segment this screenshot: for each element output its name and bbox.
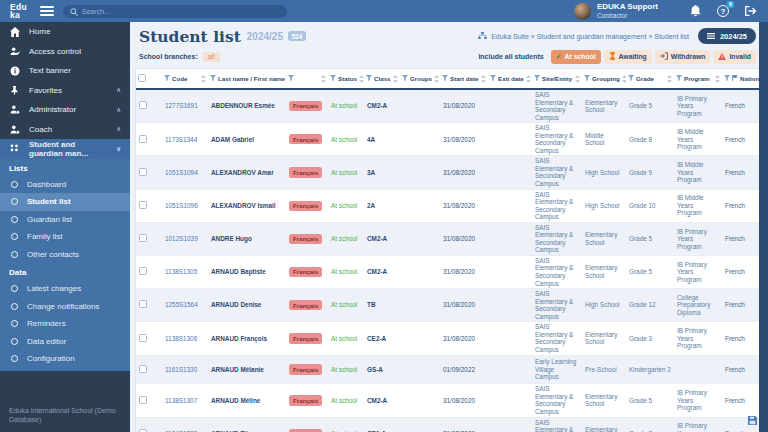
column-header-start-date[interactable]: Start date (440, 69, 488, 89)
sidebar-item-reminders[interactable]: Reminders (0, 315, 130, 333)
sidebar-item-data-editor[interactable]: Data editor (0, 333, 130, 351)
sort-arrows-icon[interactable] (321, 75, 326, 83)
search-bar[interactable] (63, 5, 287, 18)
table-row[interactable]: 1051S1096ALEXANDROV IsmailFrançaisAt sch… (136, 189, 761, 222)
table-row[interactable]: 1161S1330ARNAUD MélanieFrançaisAt school… (136, 355, 761, 384)
row-checkbox[interactable] (139, 334, 147, 342)
row-checkbox[interactable] (139, 168, 147, 176)
search-input[interactable] (82, 8, 262, 15)
school-year-button[interactable]: 2024/25 (698, 28, 756, 44)
sort-arrows-icon[interactable] (526, 75, 531, 83)
school-branches-value[interactable]: all (203, 52, 220, 62)
hamburger-menu-icon[interactable] (40, 6, 54, 16)
sidebar-item-latest-changes[interactable]: Latest changes (0, 280, 130, 298)
column-header-grouping[interactable]: Grouping (582, 69, 626, 89)
sidebar-item-guardian-list[interactable]: Guardian list (0, 211, 130, 229)
cell-groups (400, 123, 440, 156)
filter-funnel-icon[interactable] (628, 75, 634, 82)
table-row[interactable]: 1277S1691ABDENNOUR EsméeFrançaisAt schoo… (136, 89, 761, 123)
table-row[interactable]: 1255S1564ARNAUD DeniseFrançaisAt schoolT… (136, 289, 761, 322)
row-checkbox[interactable] (139, 234, 147, 242)
cell-language: Français (286, 222, 328, 255)
table-row[interactable]: 1138S1307ARNAUD MélineFrançaisAt schoolC… (136, 384, 761, 417)
breadcrumb[interactable]: Eduka Suite » Student and guardian manag… (478, 32, 689, 40)
table-row[interactable]: 1012S1039ANDRE HugoFrançaisAt schoolCM2-… (136, 222, 761, 255)
sidebar-item-student-and-guardian-management[interactable]: Student and guardian man... ∨ (0, 139, 130, 159)
sort-arrows-icon[interactable] (715, 75, 720, 83)
row-checkbox[interactable] (139, 300, 147, 308)
vertical-scrollbar[interactable] (759, 22, 768, 432)
user-avatar[interactable] (574, 3, 591, 20)
row-checkbox[interactable] (139, 365, 147, 373)
column-header-last-name-first-name[interactable]: Last name / First name (208, 69, 286, 89)
sort-arrows-icon[interactable] (393, 75, 398, 83)
save-icon[interactable] (748, 411, 757, 429)
table-row[interactable]: 1138S1305ARNAUD BaptisteFrançaisAt schoo… (136, 255, 761, 288)
sidebar-item-configuration[interactable]: Configuration (0, 350, 130, 368)
filter-funnel-icon[interactable] (442, 75, 448, 82)
row-checkbox[interactable] (139, 201, 147, 209)
column-header-code[interactable]: Code (162, 69, 208, 89)
sidebar-item-access-control[interactable]: Access control (0, 42, 130, 62)
sort-arrows-icon[interactable] (359, 75, 364, 83)
sidebar-item-coach[interactable]: Coach∧ (0, 120, 130, 140)
sidebar-item-text-banner[interactable]: Text banner (0, 61, 130, 81)
sidebar-item-family-list[interactable]: Family list (0, 228, 130, 246)
table-row[interactable]: 1124S1285ARNAUD TitouanFrançaisAt school… (136, 417, 761, 432)
row-checkbox[interactable] (139, 396, 147, 404)
filter-funnel-icon[interactable] (724, 75, 730, 82)
filter-funnel-icon[interactable] (402, 75, 408, 82)
column-header-status[interactable]: Status (328, 69, 364, 89)
filter-funnel-icon[interactable] (676, 75, 682, 82)
column-header-exit-date[interactable]: Exit date (488, 69, 532, 89)
filter-funnel-icon[interactable] (584, 75, 590, 82)
sort-arrows-icon[interactable] (667, 75, 672, 83)
column-header-program[interactable]: Program (674, 69, 722, 89)
cell-status: At school (328, 222, 364, 255)
filter-funnel-icon[interactable] (490, 75, 496, 82)
sort-arrows-icon[interactable] (575, 75, 580, 83)
user-menu[interactable]: EDUKA Support Contractor (597, 3, 658, 19)
row-checkbox[interactable] (139, 135, 147, 143)
filter-button-awaiting[interactable]: Awaiting (604, 50, 652, 64)
column-header-class[interactable]: Class (364, 69, 400, 89)
sidebar-item-home[interactable]: Home (0, 22, 130, 42)
filter-funnel-icon[interactable] (366, 75, 372, 82)
filter-funnel-icon[interactable] (330, 75, 336, 82)
column-header-site-entity[interactable]: Site/Entity (532, 69, 582, 89)
help-icon[interactable]: ? 6 (717, 5, 729, 17)
sidebar-item-dashboard[interactable]: Dashboard (0, 176, 130, 194)
cell-exit-date (488, 322, 532, 355)
table-row[interactable]: 1138S1306ARNAUD FrançoisFrançaisAt schoo… (136, 322, 761, 355)
table-row[interactable]: 1173S1344ADAM GabrielFrançaisAt school4A… (136, 123, 761, 156)
sort-arrows-icon[interactable] (481, 75, 486, 83)
sidebar-item-label: Change notifications (27, 302, 100, 311)
row-checkbox[interactable] (139, 267, 147, 275)
eduka-logo[interactable]: Edu ka (0, 3, 36, 19)
column-header-nationality-1[interactable]: Nationality 1 (722, 69, 761, 89)
column-header-groups[interactable]: Groups (400, 69, 440, 89)
sort-arrows-icon[interactable] (622, 75, 626, 83)
sidebar-item-change-notifications[interactable]: Change notifications (0, 298, 130, 316)
table-row[interactable]: 1051S1094ALEXANDROV AmarFrançaisAt schoo… (136, 156, 761, 189)
sidebar-item-other-contacts[interactable]: Other contacts (0, 246, 130, 264)
filter-funnel-icon[interactable] (288, 75, 294, 82)
column-header-grade[interactable]: Grade (626, 69, 674, 89)
logout-icon[interactable] (745, 6, 756, 16)
sort-arrows-icon[interactable] (201, 75, 206, 83)
filter-funnel-icon[interactable] (164, 75, 170, 82)
column-header-language[interactable] (286, 69, 328, 89)
row-checkbox[interactable] (139, 101, 147, 109)
sort-arrows-icon[interactable] (434, 75, 439, 83)
select-all-checkbox[interactable] (138, 74, 146, 82)
sidebar-item-administrator[interactable]: Administrator∧ (0, 100, 130, 120)
notifications-bell-icon[interactable] (690, 5, 701, 17)
filter-funnel-icon[interactable] (534, 75, 540, 82)
filter-button-withdrawn[interactable]: Withdrawn (655, 50, 711, 64)
sidebar-item-favorites[interactable]: Favorites∧ (0, 81, 130, 101)
cell-status: At school (328, 289, 364, 322)
filter-button-invalid[interactable]: Invalid (713, 50, 756, 64)
sidebar-item-student-list[interactable]: Student list (0, 193, 130, 211)
filter-funnel-icon[interactable] (210, 75, 216, 82)
filter-button-at-school[interactable]: ✓At school (551, 50, 601, 64)
